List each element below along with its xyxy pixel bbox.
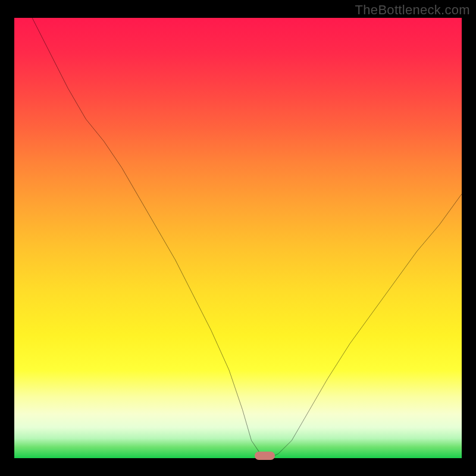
bottleneck-curve-path <box>32 18 462 458</box>
watermark-text: TheBottleneck.com <box>355 2 470 18</box>
optimal-marker <box>255 452 275 460</box>
curve-svg <box>14 18 462 458</box>
chart-frame: TheBottleneck.com <box>0 0 476 476</box>
plot-area <box>14 18 462 458</box>
